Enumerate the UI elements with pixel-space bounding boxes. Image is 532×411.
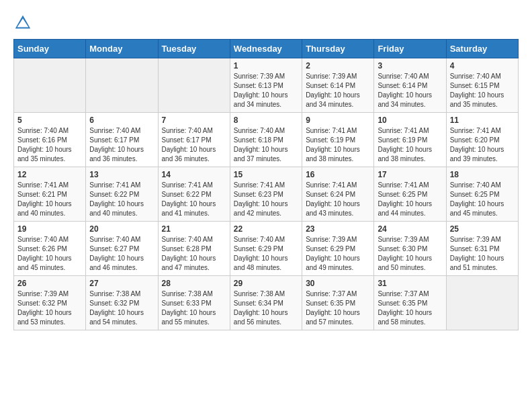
calendar-cell: 18Sunrise: 7:40 AM Sunset: 6:25 PM Dayli…: [446, 167, 518, 222]
day-info: Sunrise: 7:37 AM Sunset: 6:35 PM Dayligh…: [378, 289, 442, 327]
day-info: Sunrise: 7:41 AM Sunset: 6:19 PM Dayligh…: [306, 126, 370, 164]
weekday-header-saturday: Saturday: [446, 40, 518, 58]
day-number: 22: [234, 224, 298, 234]
calendar-cell: 11Sunrise: 7:41 AM Sunset: 6:20 PM Dayli…: [446, 113, 518, 167]
day-number: 24: [378, 224, 442, 234]
day-number: 30: [306, 279, 370, 288]
day-info: Sunrise: 7:41 AM Sunset: 6:19 PM Dayligh…: [378, 126, 442, 164]
calendar-cell: 20Sunrise: 7:40 AM Sunset: 6:27 PM Dayli…: [86, 222, 158, 276]
day-info: Sunrise: 7:39 AM Sunset: 6:31 PM Dayligh…: [450, 235, 515, 273]
day-number: 28: [162, 279, 226, 288]
calendar-cell: 12Sunrise: 7:41 AM Sunset: 6:21 PM Dayli…: [14, 167, 86, 222]
day-number: 4: [450, 61, 515, 71]
calendar-cell: 4Sunrise: 7:40 AM Sunset: 6:15 PM Daylig…: [446, 58, 518, 113]
day-info: Sunrise: 7:40 AM Sunset: 6:25 PM Dayligh…: [450, 181, 515, 218]
logo: [13, 13, 35, 32]
calendar-week-4: 19Sunrise: 7:40 AM Sunset: 6:26 PM Dayli…: [14, 222, 519, 276]
calendar-cell: 23Sunrise: 7:39 AM Sunset: 6:29 PM Dayli…: [302, 222, 374, 276]
day-number: 18: [450, 170, 515, 179]
day-number: 10: [378, 116, 442, 125]
day-info: Sunrise: 7:40 AM Sunset: 6:16 PM Dayligh…: [17, 126, 82, 164]
day-info: Sunrise: 7:39 AM Sunset: 6:30 PM Dayligh…: [378, 235, 442, 273]
day-number: 11: [450, 116, 515, 125]
calendar-cell: [14, 58, 86, 113]
calendar-cell: 2Sunrise: 7:39 AM Sunset: 6:14 PM Daylig…: [302, 58, 374, 113]
calendar-cell: 10Sunrise: 7:41 AM Sunset: 6:19 PM Dayli…: [374, 113, 446, 167]
day-info: Sunrise: 7:40 AM Sunset: 6:26 PM Dayligh…: [17, 235, 82, 273]
day-number: 23: [306, 224, 370, 234]
day-number: 5: [17, 116, 82, 125]
calendar-cell: 22Sunrise: 7:40 AM Sunset: 6:29 PM Dayli…: [230, 222, 302, 276]
day-info: Sunrise: 7:38 AM Sunset: 6:33 PM Dayligh…: [162, 289, 226, 327]
calendar-cell: 16Sunrise: 7:41 AM Sunset: 6:24 PM Dayli…: [302, 167, 374, 222]
weekday-header-friday: Friday: [374, 40, 446, 58]
calendar-cell: 27Sunrise: 7:38 AM Sunset: 6:32 PM Dayli…: [86, 276, 158, 330]
day-number: 8: [234, 116, 298, 125]
day-number: 19: [17, 224, 82, 234]
day-info: Sunrise: 7:41 AM Sunset: 6:21 PM Dayligh…: [17, 181, 82, 218]
day-info: Sunrise: 7:37 AM Sunset: 6:35 PM Dayligh…: [306, 289, 370, 327]
calendar-week-3: 12Sunrise: 7:41 AM Sunset: 6:21 PM Dayli…: [14, 167, 519, 222]
day-number: 20: [89, 224, 154, 234]
day-number: 29: [234, 279, 298, 288]
day-number: 25: [450, 224, 515, 234]
calendar-cell: 25Sunrise: 7:39 AM Sunset: 6:31 PM Dayli…: [446, 222, 518, 276]
weekday-header-wednesday: Wednesday: [230, 40, 302, 58]
day-info: Sunrise: 7:38 AM Sunset: 6:34 PM Dayligh…: [234, 289, 298, 327]
calendar-cell: [86, 58, 158, 113]
day-info: Sunrise: 7:39 AM Sunset: 6:29 PM Dayligh…: [306, 235, 370, 273]
calendar-cell: [158, 58, 230, 113]
calendar-cell: 26Sunrise: 7:39 AM Sunset: 6:32 PM Dayli…: [14, 276, 86, 330]
day-number: 6: [89, 116, 154, 125]
calendar-cell: 24Sunrise: 7:39 AM Sunset: 6:30 PM Dayli…: [374, 222, 446, 276]
logo-icon: [13, 13, 32, 32]
calendar-cell: [446, 276, 518, 330]
day-info: Sunrise: 7:40 AM Sunset: 6:14 PM Dayligh…: [378, 72, 442, 109]
calendar-week-2: 5Sunrise: 7:40 AM Sunset: 6:16 PM Daylig…: [14, 113, 519, 167]
calendar-cell: 31Sunrise: 7:37 AM Sunset: 6:35 PM Dayli…: [374, 276, 446, 330]
weekday-header-row: SundayMondayTuesdayWednesdayThursdayFrid…: [14, 40, 519, 58]
day-info: Sunrise: 7:41 AM Sunset: 6:24 PM Dayligh…: [306, 181, 370, 218]
day-info: Sunrise: 7:41 AM Sunset: 6:22 PM Dayligh…: [162, 181, 226, 218]
day-number: 13: [89, 170, 154, 179]
day-info: Sunrise: 7:39 AM Sunset: 6:32 PM Dayligh…: [17, 289, 82, 327]
day-info: Sunrise: 7:38 AM Sunset: 6:32 PM Dayligh…: [89, 289, 154, 327]
calendar-cell: 29Sunrise: 7:38 AM Sunset: 6:34 PM Dayli…: [230, 276, 302, 330]
day-number: 1: [234, 61, 298, 71]
day-info: Sunrise: 7:40 AM Sunset: 6:18 PM Dayligh…: [234, 126, 298, 164]
day-number: 3: [378, 61, 442, 71]
day-number: 31: [378, 279, 442, 288]
day-info: Sunrise: 7:41 AM Sunset: 6:20 PM Dayligh…: [450, 126, 515, 164]
calendar-cell: 19Sunrise: 7:40 AM Sunset: 6:26 PM Dayli…: [14, 222, 86, 276]
calendar-cell: 28Sunrise: 7:38 AM Sunset: 6:33 PM Dayli…: [158, 276, 230, 330]
calendar-cell: 7Sunrise: 7:40 AM Sunset: 6:17 PM Daylig…: [158, 113, 230, 167]
calendar-cell: 3Sunrise: 7:40 AM Sunset: 6:14 PM Daylig…: [374, 58, 446, 113]
calendar-cell: 1Sunrise: 7:39 AM Sunset: 6:13 PM Daylig…: [230, 58, 302, 113]
calendar-cell: 14Sunrise: 7:41 AM Sunset: 6:22 PM Dayli…: [158, 167, 230, 222]
day-number: 26: [17, 279, 82, 288]
calendar-week-1: 1Sunrise: 7:39 AM Sunset: 6:13 PM Daylig…: [14, 58, 519, 113]
day-info: Sunrise: 7:40 AM Sunset: 6:17 PM Dayligh…: [89, 126, 154, 164]
calendar-cell: 15Sunrise: 7:41 AM Sunset: 6:23 PM Dayli…: [230, 167, 302, 222]
day-number: 9: [306, 116, 370, 125]
day-number: 27: [89, 279, 154, 288]
page-header: [13, 13, 519, 32]
calendar-cell: 5Sunrise: 7:40 AM Sunset: 6:16 PM Daylig…: [14, 113, 86, 167]
day-info: Sunrise: 7:39 AM Sunset: 6:14 PM Dayligh…: [306, 72, 370, 109]
weekday-header-sunday: Sunday: [14, 40, 86, 58]
day-info: Sunrise: 7:40 AM Sunset: 6:28 PM Dayligh…: [162, 235, 226, 273]
calendar-cell: 21Sunrise: 7:40 AM Sunset: 6:28 PM Dayli…: [158, 222, 230, 276]
day-number: 2: [306, 61, 370, 71]
calendar-cell: 8Sunrise: 7:40 AM Sunset: 6:18 PM Daylig…: [230, 113, 302, 167]
calendar-cell: 9Sunrise: 7:41 AM Sunset: 6:19 PM Daylig…: [302, 113, 374, 167]
weekday-header-thursday: Thursday: [302, 40, 374, 58]
calendar-cell: 30Sunrise: 7:37 AM Sunset: 6:35 PM Dayli…: [302, 276, 374, 330]
day-number: 12: [17, 170, 82, 179]
weekday-header-tuesday: Tuesday: [158, 40, 230, 58]
day-number: 16: [306, 170, 370, 179]
day-number: 17: [378, 170, 442, 179]
calendar-cell: 13Sunrise: 7:41 AM Sunset: 6:22 PM Dayli…: [86, 167, 158, 222]
day-info: Sunrise: 7:40 AM Sunset: 6:17 PM Dayligh…: [162, 126, 226, 164]
day-info: Sunrise: 7:40 AM Sunset: 6:27 PM Dayligh…: [89, 235, 154, 273]
calendar-cell: 6Sunrise: 7:40 AM Sunset: 6:17 PM Daylig…: [86, 113, 158, 167]
